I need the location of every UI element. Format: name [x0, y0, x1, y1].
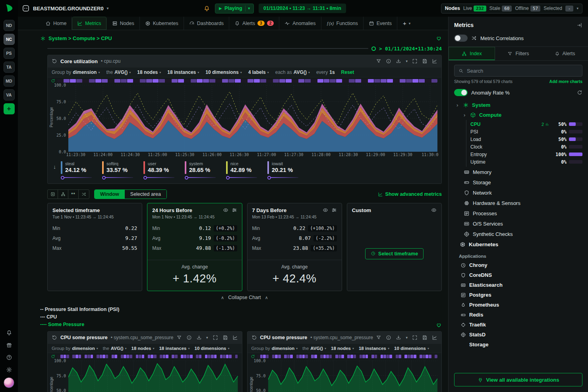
chart-save-icon[interactable]	[222, 335, 228, 340]
toggle-visibility-icon[interactable]	[223, 207, 228, 213]
chart-type-icon[interactable]	[432, 335, 437, 340]
tab-nodes[interactable]: Nodes	[107, 17, 140, 30]
tree-item-entropy[interactable]: Entropy100%	[470, 151, 582, 158]
netdata-logo[interactable]	[4, 3, 14, 13]
legend-item-system[interactable]: system28.65 %	[185, 161, 219, 180]
nodes-live-count[interactable]: Live232	[463, 6, 486, 12]
show-advanced-metrics-link[interactable]: Show advanced metrics	[378, 191, 442, 197]
filter-avg[interactable]: theAVG()▾	[302, 346, 326, 351]
tree-item-traefik[interactable]: Traefik	[449, 320, 588, 330]
playing-control[interactable]: ▶ Playing ▾	[215, 4, 254, 14]
filter-10-dimensions[interactable]: 10 dimensions▾	[205, 70, 242, 75]
room-nc[interactable]: NC	[4, 34, 15, 45]
tree-item-system[interactable]: ›System	[449, 100, 588, 110]
tree-item-uptime[interactable]: Uptime0%	[470, 158, 582, 166]
chart-export-icon[interactable]	[396, 335, 401, 340]
chart-options-chevron[interactable]: ▾	[406, 59, 408, 63]
group-hierarchy-icon[interactable]	[58, 190, 68, 199]
tree-item-psi[interactable]: PSI0%	[470, 128, 582, 135]
tree-item-o-s-services[interactable]: O/S Services	[449, 218, 588, 229]
filter-18-nodes[interactable]: 18 nodes▾	[331, 346, 354, 351]
chart-context[interactable]: system.cpu_some_pressure	[111, 335, 174, 340]
nodes-stale-count[interactable]: Stale60	[489, 6, 512, 12]
anomaly-rate-toggle[interactable]	[454, 89, 468, 96]
chart-refresh-icon[interactable]	[52, 58, 57, 64]
news-bell-icon[interactable]	[203, 5, 210, 12]
legend-item-steal[interactable]: steal24.12 %	[61, 161, 95, 180]
user-avatar[interactable]	[4, 377, 14, 388]
filter-18-nodes[interactable]: 18 nodes▾	[132, 346, 155, 351]
collapse-chart-button[interactable]: ∧ Collapse Chart ∧	[47, 291, 442, 302]
tree-item-storage[interactable]: Storage	[449, 177, 588, 187]
tree-item-processes[interactable]: Processes	[449, 208, 588, 218]
tree-item-cpu[interactable]: CPU250%	[470, 120, 582, 128]
chart-export-icon[interactable]	[196, 335, 202, 340]
help-icon[interactable]	[6, 353, 12, 362]
chart-info-icon[interactable]	[386, 335, 391, 340]
filter-18-instances[interactable]: 18 instances▾	[359, 346, 389, 351]
space-selector[interactable]: BEASTMODE.GROUNDZER0 ▾	[22, 4, 108, 12]
filter-dimension[interactable]: Group bydimension▾	[52, 346, 98, 351]
chevron-down-icon[interactable]: ▾	[576, 6, 578, 10]
chevron-down-icon[interactable]: ▾	[248, 6, 250, 10]
anomaly-filter-icon[interactable]	[376, 335, 381, 340]
timeline-track[interactable]	[47, 48, 368, 49]
anomaly-ribbon[interactable]	[57, 79, 437, 83]
legend-anomaly-slider[interactable]	[143, 176, 174, 180]
compare-card-selected-timeframe[interactable]: Selected timeframeTue 1 Nov • 11:23:45 →…	[47, 203, 142, 291]
legend-sort-icon[interactable]: ↓	[53, 164, 56, 170]
nodes-offline-count[interactable]: Offline57	[515, 6, 540, 12]
window-toggle-button[interactable]: Window	[95, 190, 125, 199]
filter-dimension[interactable]: Group bydimension▾	[251, 346, 298, 351]
chart-fullscreen-icon[interactable]	[412, 335, 418, 340]
room-ta[interactable]: TA	[4, 62, 15, 73]
room-ps[interactable]: PS	[4, 48, 15, 59]
sidebar-tab-index[interactable]: Index	[449, 47, 495, 60]
legend-anomaly-slider[interactable]	[267, 176, 298, 180]
tree-item-coredns[interactable]: CoreDNS	[449, 270, 588, 280]
filter-10-dimensions[interactable]: 10 dimensions▾	[394, 346, 429, 351]
legend-item-nice[interactable]: nice42.89 %	[226, 161, 260, 180]
refresh-icon[interactable]	[577, 90, 582, 95]
compare-card-7-days-before[interactable]: 7 Days BeforeMon 13 Feb • 11:23:45 → 11:…	[247, 203, 342, 291]
tree-item-chrony[interactable]: Chrony	[449, 260, 588, 270]
compare-card-24-hours-before[interactable]: 24 Hours BeforeMon 1 Nov • 11:23:45 → 11…	[147, 203, 242, 291]
tree-item-kubernetes[interactable]: Kubernetes	[449, 239, 588, 250]
legend-item-user[interactable]: user48.39 %	[143, 161, 178, 180]
chart-info-icon[interactable]	[386, 58, 391, 64]
chart-fullscreen-icon[interactable]	[412, 58, 418, 64]
chart-save-icon[interactable]	[422, 335, 427, 340]
sidebar-tab-filters[interactable]: Filters	[495, 47, 542, 60]
chart-info-icon[interactable]	[186, 335, 192, 340]
chart-options-chevron[interactable]: ▾	[406, 336, 408, 340]
anomaly-filter-icon[interactable]	[376, 58, 381, 64]
filter-10-dimensions[interactable]: 10 dimensions▾	[195, 346, 230, 351]
charts-search[interactable]	[454, 65, 582, 77]
filter-dimension[interactable]: Group bydimension▾	[52, 70, 100, 75]
tab-home[interactable]: Home	[40, 17, 72, 30]
filter-avg[interactable]: each asAVG()▾	[275, 70, 310, 75]
tab-kubernetes[interactable]: Kubernetes	[140, 17, 184, 30]
tree-item-load[interactable]: Load50%	[470, 135, 582, 143]
selected-area-toggle-button[interactable]: Selected area	[125, 190, 166, 199]
anomaly-ribbon-icon[interactable]	[251, 354, 255, 359]
feedback-gift-icon[interactable]	[6, 340, 12, 350]
tab-metrics[interactable]: Metrics	[72, 17, 106, 30]
tree-item-synthetic-checks[interactable]: Synthetic Checks	[449, 229, 588, 239]
anomaly-ribbon[interactable]	[257, 355, 438, 358]
playhead-timeline[interactable]: > 01/11/2024•11:30:24	[47, 45, 442, 52]
anomaly-ribbon[interactable]	[57, 355, 238, 358]
anomaly-ribbon-icon[interactable]	[51, 354, 55, 359]
toggle-visibility-icon[interactable]	[323, 207, 328, 213]
tab-alerts[interactable]: Alerts32	[229, 17, 279, 30]
tree-item-memory[interactable]: Memory	[449, 167, 588, 177]
tree-item-clock[interactable]: Clock0%	[470, 143, 582, 151]
playhead-marker[interactable]	[371, 46, 376, 51]
chart-context[interactable]: cpu.cpu	[101, 58, 121, 64]
tree-item-network[interactable]: Network	[449, 187, 588, 198]
legend-anomaly-slider[interactable]	[61, 176, 92, 180]
chart-context[interactable]: system.cpu_some_pressure	[310, 335, 373, 340]
tree-item-postgres[interactable]: Postgres	[449, 290, 588, 300]
select-timeframe-button[interactable]: Select timeframe	[365, 248, 424, 259]
core-utilization-plot[interactable]	[68, 85, 437, 152]
